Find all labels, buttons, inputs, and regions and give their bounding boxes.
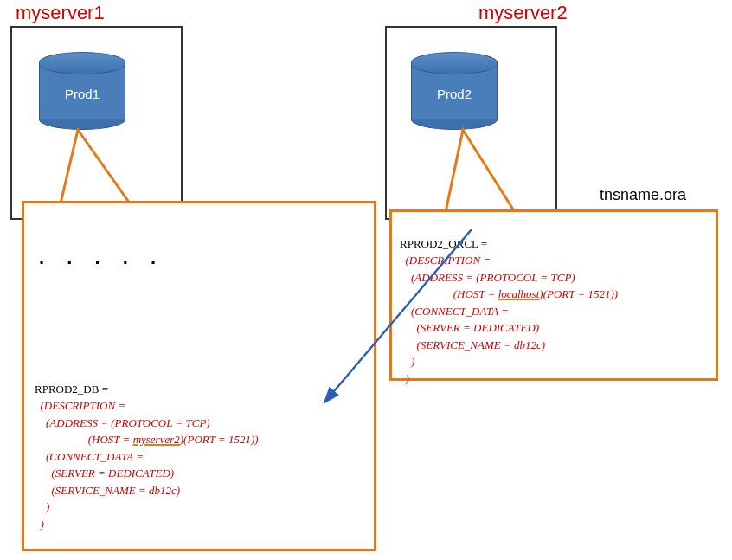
reference-arrow (0, 0, 732, 560)
svg-line-4 (324, 229, 472, 402)
